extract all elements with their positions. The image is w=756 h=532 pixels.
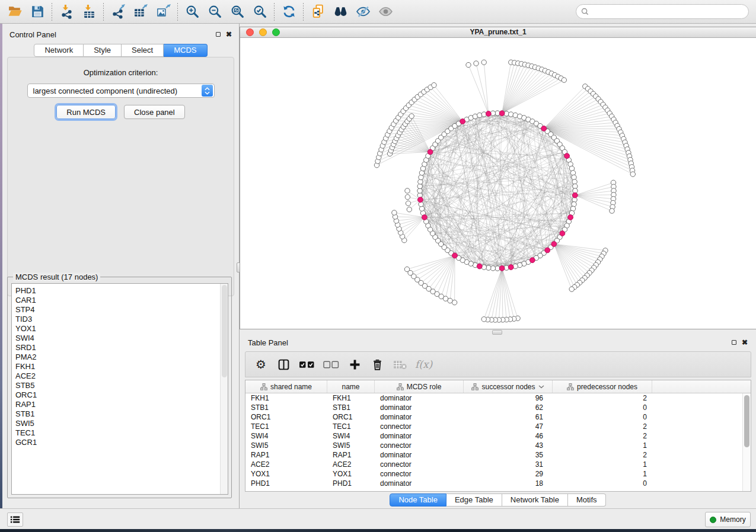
column-header-name[interactable]: name xyxy=(327,380,375,393)
tab-network-table[interactable]: Network Table xyxy=(502,493,568,507)
table-row[interactable]: PHD1PHD1dominator180 xyxy=(245,479,742,488)
tab-network[interactable]: Network xyxy=(34,44,84,57)
import-network-button[interactable] xyxy=(55,2,78,21)
network-dominator-node[interactable] xyxy=(422,214,428,220)
column-header-mcds-role[interactable]: MCDS role xyxy=(375,380,464,393)
deselect-all-rows-button[interactable] xyxy=(323,357,339,372)
network-dominator-node[interactable] xyxy=(477,264,482,269)
table-row[interactable]: ORC1ORC1dominator610 xyxy=(245,412,742,422)
network-node[interactable] xyxy=(572,202,576,207)
network-dominator-node[interactable] xyxy=(551,242,557,247)
memory-button[interactable]: Memory xyxy=(705,512,751,527)
network-node[interactable] xyxy=(490,266,495,271)
tab-select[interactable]: Select xyxy=(122,44,164,57)
network-window-titlebar[interactable]: YPA_prune.txt_1 xyxy=(240,27,756,38)
mcds-result-item[interactable]: CAR1 xyxy=(12,296,228,305)
network-node[interactable] xyxy=(570,171,575,175)
mcds-result-item[interactable]: RAP1 xyxy=(12,400,228,409)
table-scrollbar-thumb[interactable] xyxy=(744,395,749,447)
tab-mcds[interactable]: MCDS xyxy=(164,44,207,57)
mcds-result-item[interactable]: SWI4 xyxy=(12,334,228,343)
close-panel-button[interactable]: Close panel xyxy=(124,105,185,119)
network-leaf-node[interactable] xyxy=(405,188,410,193)
delete-column-button[interactable] xyxy=(370,357,384,372)
network-dominator-node[interactable] xyxy=(499,265,505,271)
horizontal-splitter-handle[interactable] xyxy=(492,330,502,335)
network-dominator-node[interactable] xyxy=(529,258,535,263)
network-node[interactable] xyxy=(417,184,422,188)
network-node[interactable] xyxy=(477,113,482,117)
network-dominator-node[interactable] xyxy=(572,193,578,198)
network-canvas[interactable] xyxy=(240,38,755,329)
network-leaf-node[interactable] xyxy=(407,207,412,211)
network-node[interactable] xyxy=(572,180,577,184)
export-table-button[interactable] xyxy=(129,2,152,21)
mcds-result-item[interactable]: GCR1 xyxy=(12,438,228,447)
table-row[interactable]: SWI4SWI4dominator462 xyxy=(245,431,742,441)
save-session-button[interactable] xyxy=(26,2,49,21)
mcds-result-item[interactable]: TID3 xyxy=(12,315,228,324)
table-row[interactable]: ACE2ACE2connector311 xyxy=(245,460,742,469)
open-file-button[interactable] xyxy=(4,2,26,21)
network-leaf-node[interactable] xyxy=(404,267,409,271)
network-dominator-node[interactable] xyxy=(508,265,513,270)
mcds-result-item[interactable]: PMA2 xyxy=(12,352,228,362)
tab-motifs[interactable]: Motifs xyxy=(568,493,606,507)
network-dominator-node[interactable] xyxy=(486,111,491,117)
network-leaf-node[interactable] xyxy=(562,78,566,82)
network-dominator-node[interactable] xyxy=(545,248,550,253)
network-dominator-node[interactable] xyxy=(560,231,565,236)
column-header-shared-name[interactable]: shared name xyxy=(245,380,327,393)
table-row[interactable]: TEC1TEC1connector472 xyxy=(245,422,742,431)
mcds-result-item[interactable]: PHD1 xyxy=(12,286,228,296)
zoom-out-button[interactable] xyxy=(203,2,226,21)
column-header-predecessor-nodes[interactable]: predecessor nodes xyxy=(553,380,652,393)
delete-table-button[interactable] xyxy=(393,357,407,372)
zoom-in-button[interactable] xyxy=(181,2,203,21)
network-leaf-node[interactable] xyxy=(432,83,436,88)
network-dominator-node[interactable] xyxy=(418,197,423,203)
mcds-result-item[interactable]: STP4 xyxy=(12,305,228,315)
network-dominator-node[interactable] xyxy=(564,153,570,159)
mcds-result-item[interactable]: SWI5 xyxy=(12,419,228,428)
table-scrollbar[interactable] xyxy=(742,393,751,491)
select-all-rows-button[interactable] xyxy=(299,357,315,372)
network-dominator-node[interactable] xyxy=(428,149,433,155)
table-settings-button[interactable]: ⚙ xyxy=(254,357,268,372)
run-mcds-button[interactable]: Run MCDS xyxy=(56,105,116,119)
network-leaf-node[interactable] xyxy=(630,172,635,177)
mcds-result-item[interactable]: TEC1 xyxy=(12,428,228,438)
network-leaf-node[interactable] xyxy=(466,62,471,67)
network-node[interactable] xyxy=(419,206,424,211)
mcds-list-scrollbar[interactable] xyxy=(220,284,228,494)
hide-selected-button[interactable] xyxy=(352,2,374,21)
network-dominator-node[interactable] xyxy=(499,111,505,116)
float-table-panel-icon[interactable] xyxy=(732,340,736,345)
network-leaf-node[interactable] xyxy=(481,317,486,322)
network-dominator-node[interactable] xyxy=(568,214,573,220)
column-header-successor-nodes[interactable]: successor nodes xyxy=(464,380,553,393)
network-node[interactable] xyxy=(419,175,423,180)
mcds-result-item[interactable]: ACE2 xyxy=(12,371,228,381)
network-node[interactable] xyxy=(509,112,513,117)
network-dominator-node[interactable] xyxy=(541,126,547,132)
add-column-button[interactable] xyxy=(347,357,362,372)
zoom-selected-button[interactable] xyxy=(248,2,271,21)
tab-style[interactable]: Style xyxy=(84,44,122,57)
table-row[interactable]: STB1STB1dominator620 xyxy=(245,403,742,412)
import-table-button[interactable] xyxy=(78,2,100,21)
network-leaf-node[interactable] xyxy=(409,114,414,118)
network-dominator-node[interactable] xyxy=(460,119,465,124)
tab-node-table[interactable]: Node Table xyxy=(390,493,446,507)
show-columns-button[interactable] xyxy=(276,357,291,372)
network-leaf-node[interactable] xyxy=(406,201,410,206)
network-leaf-node[interactable] xyxy=(481,60,486,65)
show-all-button[interactable] xyxy=(374,2,397,21)
function-builder-button[interactable]: f(x) xyxy=(415,357,432,372)
mcds-result-item[interactable]: STB1 xyxy=(12,409,228,419)
export-network-button[interactable] xyxy=(107,2,129,21)
network-leaf-node[interactable] xyxy=(405,194,410,199)
criterion-dropdown[interactable]: largest connected component (undirected) xyxy=(27,84,215,98)
table-row[interactable]: RAP1RAP1dominator352 xyxy=(245,450,742,460)
network-dominator-node[interactable] xyxy=(452,253,458,258)
